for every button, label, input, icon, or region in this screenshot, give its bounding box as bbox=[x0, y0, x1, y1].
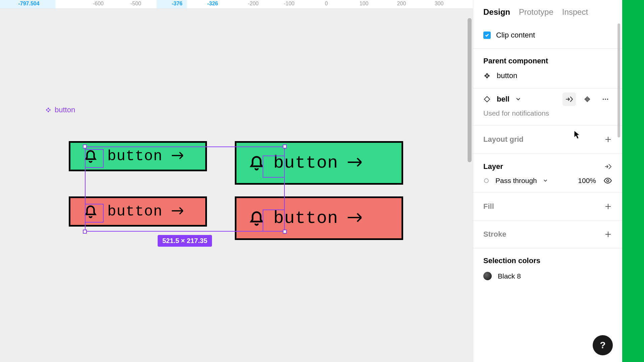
selection-colors-title: Selection colors bbox=[483, 248, 612, 268]
svg-point-2 bbox=[607, 99, 608, 100]
component-set-icon bbox=[45, 106, 52, 114]
color-name[interactable]: Black 8 bbox=[498, 272, 521, 280]
color-swatch[interactable] bbox=[483, 272, 492, 280]
panel-tabs: Design Prototype Inspect bbox=[473, 0, 622, 22]
bell-icon bbox=[249, 155, 265, 171]
ruler-tick: -500 bbox=[130, 1, 141, 7]
component-set-frame[interactable] bbox=[44, 117, 436, 264]
opacity-value[interactable]: 100% bbox=[578, 177, 596, 185]
clip-content-label: Clip content bbox=[496, 31, 535, 40]
selection-colors-section: Selection colors Black 8 bbox=[473, 248, 622, 280]
variant-button-green-large[interactable]: button bbox=[235, 141, 403, 185]
ruler-tick: -100 bbox=[284, 1, 294, 7]
chevron-down-icon[interactable] bbox=[543, 178, 548, 183]
tab-prototype[interactable]: Prototype bbox=[519, 7, 553, 17]
ruler-tick: 100 bbox=[360, 1, 369, 7]
layer-style-button[interactable] bbox=[604, 163, 612, 171]
panel-scrollbar[interactable] bbox=[618, 23, 620, 137]
ruler-tick: 0 bbox=[325, 1, 328, 7]
svg-point-1 bbox=[605, 99, 606, 100]
fill-section: Fill bbox=[473, 193, 622, 221]
plus-icon bbox=[604, 230, 612, 238]
layout-grid-label: Layout grid bbox=[483, 135, 524, 144]
clip-content-checkbox[interactable] bbox=[483, 32, 491, 39]
selection-handle[interactable] bbox=[83, 230, 87, 234]
ruler-tick: -797.504 bbox=[18, 1, 39, 7]
ruler-tick: -200 bbox=[248, 1, 259, 7]
component-filled-icon bbox=[483, 72, 491, 79]
tab-design[interactable]: Design bbox=[483, 7, 510, 17]
selection-handle[interactable] bbox=[283, 144, 287, 148]
ruler-tick: 300 bbox=[435, 1, 444, 7]
ruler-tick: -326 bbox=[207, 1, 218, 7]
variant-label: button bbox=[107, 203, 162, 220]
check-icon bbox=[485, 33, 489, 38]
selection-dimensions-badge: 521.5 × 217.35 bbox=[158, 235, 212, 247]
parent-component-section: Parent component button bbox=[473, 49, 622, 88]
selection-handle[interactable] bbox=[83, 144, 87, 148]
cursor-icon bbox=[574, 130, 580, 139]
go-to-main-button[interactable] bbox=[562, 93, 576, 106]
plus-icon bbox=[604, 202, 612, 210]
layer-section: Layer Pass through 100% bbox=[473, 154, 622, 193]
arrow-right-icon bbox=[347, 156, 365, 170]
frame-name: button bbox=[55, 106, 75, 114]
help-button[interactable]: ? bbox=[593, 335, 613, 355]
help-icon: ? bbox=[600, 340, 605, 351]
selection-handle[interactable] bbox=[283, 230, 287, 234]
design-panel: Design Prototype Inspect Clip content Pa… bbox=[473, 0, 622, 362]
arrow-right-icon bbox=[171, 206, 186, 217]
stroke-label: Stroke bbox=[483, 230, 506, 239]
variant-label: button bbox=[107, 148, 162, 165]
selection-highlight bbox=[263, 209, 285, 232]
horizontal-ruler[interactable]: -797.504 -600 -500 -376 -326 -200 -100 0… bbox=[0, 0, 473, 9]
component-description: Used for notifications bbox=[483, 108, 612, 125]
blend-mode-icon[interactable] bbox=[483, 178, 489, 184]
plus-icon bbox=[604, 135, 612, 143]
arrow-right-icon bbox=[347, 212, 365, 225]
component-variants-button[interactable] bbox=[581, 93, 594, 106]
selection-highlight bbox=[85, 149, 104, 168]
svg-point-3 bbox=[484, 179, 488, 183]
component-name[interactable]: bell bbox=[497, 95, 509, 104]
canvas-scrollbar[interactable] bbox=[468, 18, 472, 162]
ruler-tick: -376 bbox=[172, 1, 182, 7]
stroke-section: Stroke bbox=[473, 221, 622, 248]
layer-title: Layer bbox=[483, 162, 503, 171]
svg-point-0 bbox=[603, 99, 604, 100]
tab-inspect[interactable]: Inspect bbox=[562, 7, 588, 17]
parent-component-title: Parent component bbox=[483, 49, 612, 68]
svg-point-4 bbox=[607, 180, 609, 182]
component-set-icon bbox=[584, 96, 591, 103]
component-more-button[interactable] bbox=[599, 93, 612, 106]
add-stroke-button[interactable] bbox=[604, 230, 612, 238]
canvas-area: -797.504 -600 -500 -376 -326 -200 -100 0… bbox=[0, 0, 473, 362]
layout-grid-section: Layout grid bbox=[473, 126, 622, 154]
parent-component-name[interactable]: button bbox=[497, 71, 517, 80]
app-right-strip bbox=[622, 0, 644, 362]
arrow-right-icon bbox=[171, 150, 186, 162]
eye-icon[interactable] bbox=[603, 176, 612, 185]
fill-label: Fill bbox=[483, 202, 494, 211]
selection-highlight bbox=[263, 156, 285, 178]
diamond-outline-icon bbox=[483, 96, 491, 103]
arrow-into-diamond-icon bbox=[565, 95, 574, 104]
bell-icon bbox=[249, 210, 265, 226]
more-horizontal-icon bbox=[602, 96, 609, 103]
ruler-tick: 200 bbox=[397, 1, 406, 7]
frame-label[interactable]: button bbox=[45, 106, 75, 114]
variant-button-red-large[interactable]: button bbox=[235, 196, 403, 240]
arrow-into-diamond-icon bbox=[604, 163, 612, 171]
clip-section: Clip content bbox=[473, 22, 622, 49]
add-layout-grid-button[interactable] bbox=[604, 135, 612, 143]
canvas[interactable]: button button button button button bbox=[0, 9, 473, 362]
selection-highlight bbox=[85, 204, 104, 223]
blend-mode-value[interactable]: Pass through bbox=[495, 177, 537, 185]
add-fill-button[interactable] bbox=[604, 202, 612, 210]
ruler-tick: -600 bbox=[93, 1, 104, 7]
component-section: bell Used for notifications bbox=[473, 88, 622, 126]
chevron-down-icon[interactable] bbox=[516, 97, 521, 102]
